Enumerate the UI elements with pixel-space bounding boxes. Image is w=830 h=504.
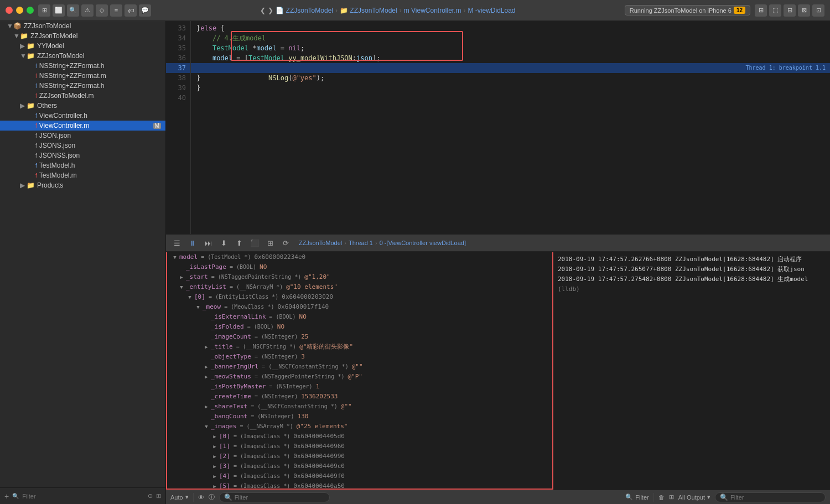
navigator-icon[interactable]: ⊞ — [38, 4, 50, 17]
var-item-entity0[interactable]: ▼ [0] = (EntityListClass *) 0x6040002030… — [167, 292, 552, 302]
search-icon[interactable]: 🔍 — [67, 4, 79, 17]
sidebar-item-testmodel-m[interactable]: f TestModel.m — [0, 170, 165, 180]
expand-arrow[interactable]: ▼ — [186, 294, 193, 300]
debug-pause-btn[interactable]: ⏸ — [186, 236, 199, 250]
var-item-objecttype[interactable]: _objectType = (NSInteger) 3 — [167, 352, 552, 362]
hold-icon[interactable]: ⬜ — [53, 4, 65, 17]
sidebar-item-zzjsonfolder[interactable]: ▼ 📁 ZZJsonToModel — [0, 51, 165, 61]
var-item-meow[interactable]: ▼ _meow = (MeowClass *) 0x60400017f140 — [167, 302, 552, 312]
sidebar-item-project[interactable]: ▼ 📦 ZZJsonToModel — [0, 21, 165, 31]
breadcrumb-method[interactable]: M -viewDidLoad — [468, 7, 515, 14]
var-item-images-4[interactable]: ▶ [4] = (ImagesClass *) 0x6040004409f0 — [167, 471, 552, 481]
var-item-ispostbymaster[interactable]: _isPostByMaster = (NSInteger) 1 — [167, 382, 552, 392]
close-button[interactable] — [6, 7, 13, 14]
sidebar-item-yymodel[interactable]: ▶ 📁 YYModel — [0, 41, 165, 51]
diamond-icon[interactable]: ◇ — [96, 4, 108, 17]
layout1-icon[interactable]: ⊞ — [755, 4, 767, 17]
tag-icon[interactable]: 🏷 — [124, 4, 137, 17]
var-item-createtime[interactable]: _createTime = (NSInteger) 1536202533 — [167, 392, 552, 402]
breadcrumb-folder[interactable]: 📁 ZZJsonToModel — [340, 7, 397, 14]
var-item-isexternallink[interactable]: _isExternalLink = (BOOL) NO — [167, 312, 552, 322]
breadcrumb-file[interactable]: m ViewController.m — [404, 7, 461, 14]
trash-icon-btn[interactable]: 🗑 — [658, 494, 665, 501]
filter-settings-icon[interactable]: ⊞ — [156, 492, 161, 500]
all-output-selector[interactable]: All Output ▾ — [678, 493, 710, 501]
var-item-images-0[interactable]: ▶ [0] = (ImagesClass *) 0x6040004405d0 — [167, 432, 552, 441]
sidebar-item-products[interactable]: ▶ 📁 Products — [0, 180, 165, 190]
code-content[interactable]: }else { // 4.生成model TestModel *model = … — [191, 21, 830, 234]
var-item-isfolded[interactable]: _isFolded = (BOOL) NO — [167, 322, 552, 332]
var-item-start[interactable]: ▶ _start = (NSTaggedPointerString *) @"1… — [167, 272, 552, 282]
list-icon[interactable]: ≡ — [110, 4, 122, 17]
issue-icon[interactable]: ⚠ — [81, 4, 94, 17]
expand-arrow[interactable]: ▶ — [203, 373, 210, 380]
sidebar-item-testmodel-h[interactable]: f TestModel.h — [0, 160, 165, 170]
expand-arrow[interactable]: ▶ — [203, 344, 210, 350]
debug-sim-btn[interactable]: ⟳ — [279, 236, 292, 250]
debug-step-into-btn[interactable]: ⬇ — [217, 236, 230, 250]
var-item-bannerimgurl[interactable]: ▶ _bannerImgUrl = (__NSCFConstantString … — [167, 362, 552, 372]
sidebar-item-jsons[interactable]: f JSONS.json — [0, 141, 165, 150]
auto-selector[interactable]: Auto ▾ — [170, 493, 189, 501]
expand-arrow[interactable]: ▶ — [178, 274, 185, 280]
expand-arrow[interactable]: ▼ — [178, 284, 185, 290]
breadcrumb-project[interactable]: 📄 ZZJsonToModel — [276, 7, 333, 14]
sidebar-item-viewcontroller-m[interactable]: f ViewController.m M — [0, 121, 165, 131]
expand-arrow[interactable]: ▶ — [211, 443, 218, 450]
var-item-bangcount[interactable]: _bangCount = (NSInteger) 130 — [167, 412, 552, 422]
var-item-islastpage[interactable]: _isLastPage = (BOOL) NO — [167, 262, 552, 272]
expand-arrow[interactable]: ▼ — [195, 304, 201, 310]
layout4-icon[interactable]: ⊠ — [798, 4, 810, 17]
sidebar-item-nsstring-h1[interactable]: f NSString+ZZFormat.h — [0, 61, 165, 71]
var-item-entitylist[interactable]: ▼ _entityList = (__NSArrayM *) @"10 elem… — [167, 282, 552, 292]
debug-frame-btn[interactable]: ⬛ — [248, 236, 261, 250]
nav-forward[interactable]: ❯ — [268, 7, 273, 14]
sidebar-item-root-folder[interactable]: ▼ 📁 ZZJsonToModel — [0, 31, 165, 41]
var-item-images-3[interactable]: ▶ [3] = (ImagesClass *) 0x6040004409c0 — [167, 461, 552, 471]
layout2-icon[interactable]: ⬚ — [769, 4, 781, 17]
var-item-sharetext[interactable]: ▶ _shareText = (__NSCFConstantString *) … — [167, 402, 552, 412]
expand-arrow[interactable]: ▶ — [211, 483, 218, 490]
expand-arrow[interactable]: ▶ — [211, 453, 218, 460]
expand-arrow[interactable]: ▶ — [211, 433, 218, 440]
layout3-icon[interactable]: ⊟ — [784, 4, 796, 17]
expand-arrow[interactable]: ▶ — [203, 363, 210, 370]
maximize-button[interactable] — [27, 7, 34, 14]
var-item-model[interactable]: ▼ model = (TestModel *) 0x6000002234e0 — [167, 252, 552, 262]
sidebar-item-viewcontroller-h[interactable]: f ViewController.h — [0, 111, 165, 121]
expand-arrow[interactable]: ▼ — [203, 423, 210, 430]
expand-arrow[interactable]: ▶ — [211, 463, 218, 470]
var-item-images-2[interactable]: ▶ [2] = (ImagesClass *) 0x604000440990 — [167, 451, 552, 461]
var-item-images-5[interactable]: ▶ [5] = (ImagesClass *) 0x604000440a50 — [167, 481, 552, 490]
variables-filter-input[interactable] — [235, 494, 325, 501]
debug-bc-frame[interactable]: 0 -[ViewController viewDidLoad] — [380, 240, 466, 246]
info-icon-btn[interactable]: ⓘ — [209, 493, 215, 501]
debug-step-over-btn[interactable]: ⏭ — [201, 236, 215, 250]
var-item-images-1[interactable]: ▶ [1] = (ImagesClass *) 0x604000440960 — [167, 441, 552, 451]
debug-bc-project[interactable]: ZZJsonToModel — [299, 240, 342, 246]
var-item-meowstatus[interactable]: ▶ _meowStatus = (NSTaggedPointerString *… — [167, 372, 552, 382]
layout-icons[interactable]: ⊞ — [669, 493, 674, 501]
nav-back[interactable]: ❮ — [260, 7, 266, 14]
expand-arrow[interactable]: ▶ — [211, 473, 218, 480]
expand-arrow[interactable]: ▶ — [203, 403, 210, 410]
var-item-images[interactable]: ▼ _images = (__NSArrayM *) @"25 elements… — [167, 422, 552, 432]
console-filter-input[interactable] — [730, 494, 821, 501]
filter-option-icon[interactable]: ⊙ — [148, 492, 153, 500]
expand-arrow[interactable]: ▼ — [172, 254, 178, 261]
watch-icon-btn[interactable]: 👁 — [198, 494, 204, 501]
sidebar-item-zzjsonmodel-m[interactable]: f ZZJsonToModel.m — [0, 91, 165, 101]
layout5-icon[interactable]: ⊡ — [812, 4, 824, 17]
var-item-imagecount[interactable]: _imageCount = (NSInteger) 25 — [167, 332, 552, 342]
debug-view-btn[interactable]: ⊞ — [263, 236, 277, 250]
var-item-title[interactable]: ▶ _title = (__NSCFString *) @"精彩的街头影像" — [167, 342, 552, 352]
sidebar-item-json[interactable]: f JSON.json — [0, 131, 165, 141]
sidebar-item-nsstring-m1[interactable]: f NSString+ZZFormat.m — [0, 71, 165, 81]
debug-step-out-btn[interactable]: ⬆ — [232, 236, 246, 250]
sidebar-item-jsonss[interactable]: f JSONSS.json — [0, 150, 165, 160]
sidebar-item-nsstring-h2[interactable]: f NSString+ZZFormat.h — [0, 81, 165, 91]
debug-bc-thread[interactable]: Thread 1 — [349, 240, 373, 246]
sidebar-item-others[interactable]: ▶ 📁 Others — [0, 101, 165, 111]
chat-icon[interactable]: 💬 — [139, 4, 151, 17]
sidebar-filter-input[interactable] — [22, 493, 144, 500]
